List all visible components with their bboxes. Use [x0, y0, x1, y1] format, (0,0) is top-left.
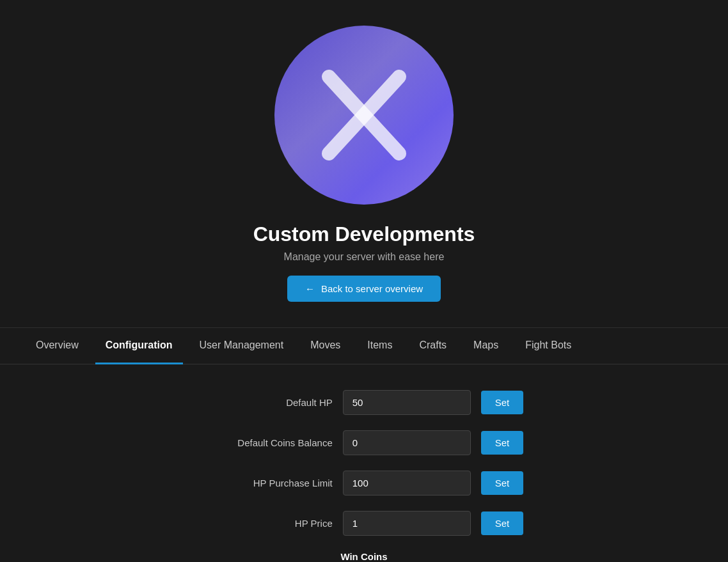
default-hp-label: Default HP [205, 397, 333, 408]
content-section: Default HP Set Default Coins Balance Set… [76, 364, 652, 562]
tab-configuration[interactable]: Configuration [95, 328, 183, 364]
logo-x-icon [313, 64, 415, 166]
default-hp-row: Default HP Set [89, 390, 639, 415]
hp-purchase-limit-label: HP Purchase Limit [205, 478, 333, 488]
tab-overview[interactable]: Overview [26, 328, 89, 364]
hp-purchase-limit-input[interactable] [343, 471, 471, 496]
win-coins-title: Win Coins [89, 551, 639, 562]
hp-price-row: HP Price Set [89, 511, 639, 536]
arrow-left-icon: ← [305, 283, 315, 294]
default-hp-input[interactable] [343, 390, 471, 415]
default-hp-set-button[interactable]: Set [481, 391, 524, 414]
default-coins-set-button[interactable]: Set [481, 431, 524, 455]
hp-price-set-button[interactable]: Set [481, 511, 524, 535]
app-logo [274, 26, 454, 205]
default-coins-label: Default Coins Balance [205, 437, 333, 448]
back-button-label: Back to server overview [321, 283, 423, 294]
hp-price-label: HP Price [205, 518, 333, 529]
tab-user-management[interactable]: User Management [189, 328, 294, 364]
hp-purchase-limit-set-button[interactable]: Set [481, 471, 524, 495]
tab-maps[interactable]: Maps [463, 328, 509, 364]
win-coins-section: Win Coins Minimum: Maximum: Save [89, 551, 639, 562]
tab-items[interactable]: Items [357, 328, 402, 364]
tab-crafts[interactable]: Crafts [409, 328, 457, 364]
app-title: Custom Developments [253, 222, 475, 246]
header-section: Custom Developments Manage your server w… [0, 0, 728, 321]
hp-price-input[interactable] [343, 511, 471, 536]
tab-moves[interactable]: Moves [300, 328, 351, 364]
hp-purchase-limit-row: HP Purchase Limit Set [89, 471, 639, 496]
nav-tabs: Overview Configuration User Management M… [0, 328, 728, 364]
app-subtitle: Manage your server with ease here [284, 251, 445, 263]
back-button[interactable]: ← Back to server overview [287, 276, 441, 302]
default-coins-input[interactable] [343, 430, 471, 455]
tab-fight-bots[interactable]: Fight Bots [515, 328, 582, 364]
default-coins-row: Default Coins Balance Set [89, 430, 639, 455]
